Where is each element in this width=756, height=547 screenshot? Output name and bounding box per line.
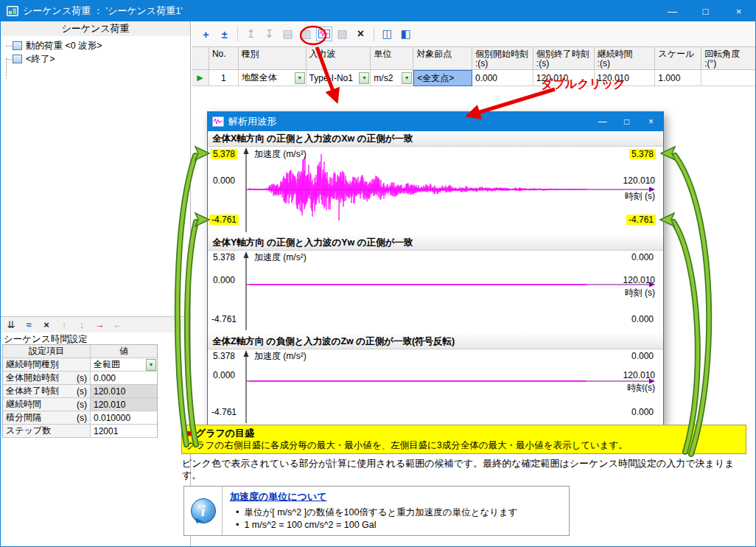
setting-value[interactable]: 0.010000	[94, 413, 130, 423]
end-time-label: 120.010	[621, 175, 657, 186]
delete-button[interactable]: ×	[39, 318, 54, 332]
dropdown-arrow-icon[interactable]: ▼	[146, 359, 156, 371]
note-body-text: グラフの右側目盛に各成分毎の最大・最小値を、左側目盛に3成分全体の最大・最小値を…	[186, 439, 741, 451]
info-bullet-text: 単位が[ m/s^2 ]の数値を100倍すると重力加速度の単位となります	[244, 506, 517, 519]
dialog-maximize-button[interactable]: □	[615, 112, 639, 131]
col-start-time-unit: :(s)	[475, 59, 533, 69]
move-up-button[interactable]: ↑	[57, 318, 71, 332]
green-arrow-right-min	[660, 213, 698, 452]
window-caption-buttons: — □ ×	[656, 1, 755, 21]
maximize-button[interactable]: □	[689, 1, 722, 21]
y-axis-label: 加速度 (m/s²)	[252, 252, 309, 262]
load-grid-row[interactable]: ▶ 1 地盤全体▼ Type-I-No1▼ m/s2▼ <全支点> 0.000 …	[192, 70, 755, 86]
x-axis-label: 時刻 (s)	[623, 288, 657, 298]
component-min-label: 0.000	[629, 407, 656, 417]
zero-label: 0.000	[211, 275, 237, 285]
setting-unit: (s)	[77, 413, 87, 423]
load-grid-header: No. 種別 入力波 単位 対象節点 個別開始時刻:(s) 個別終了時刻:(s)…	[192, 46, 755, 70]
split-vertical-button[interactable]: ◧	[397, 26, 414, 43]
cell-unit[interactable]: m/s2	[374, 73, 393, 83]
move-top-button[interactable]: ↥	[242, 26, 259, 43]
y-axis-label: 加速度 (m/s²)	[252, 351, 309, 361]
add-row-button[interactable]: +	[197, 26, 214, 43]
bullet-icon: •	[236, 519, 239, 532]
graph-scale-note: ■グラフの目盛 グラフの右側目盛に各成分毎の最大・最小値を、左側目盛に3成分全体…	[181, 425, 746, 454]
end-time-label: 120.010	[621, 370, 657, 380]
setting-label: 継続時間種別	[6, 358, 59, 371]
end-node-icon	[13, 55, 22, 63]
component-min-label: 0.000	[629, 314, 656, 324]
settings-row-start-time: 全体開始時刻(s) 0.000	[3, 372, 157, 385]
split-horizontal-button[interactable]: ◫	[379, 26, 396, 43]
dialog-caption-buttons: — □ ×	[590, 112, 663, 131]
dropdown-arrow-icon[interactable]: ▼	[295, 72, 305, 84]
setting-label: 全体終了時刻	[6, 385, 59, 397]
cell-start-time[interactable]: 0.000	[475, 73, 497, 83]
settings-row-step-count: ステップ数 12001	[3, 425, 157, 438]
preview-button[interactable]: ▧	[334, 26, 351, 43]
settings-header-row: 設定項目 値	[3, 345, 157, 358]
chart-x-canvas	[208, 147, 665, 235]
minimize-button[interactable]: —	[656, 1, 689, 21]
title-bar: シーケンス荷重 ： 'シーケンス荷重1' — □ ×	[1, 1, 755, 21]
info-icon: i	[191, 498, 216, 523]
prev-step-button[interactable]: ←	[110, 318, 125, 332]
cell-category[interactable]: 地盤全体	[242, 72, 277, 84]
cell-target-node[interactable]: <全支点>	[417, 72, 454, 85]
cell-input-wave[interactable]: Type-I-No1	[309, 73, 353, 83]
waveform-icon	[318, 29, 330, 38]
move-bottom-button[interactable]: ↧	[261, 26, 278, 43]
dialog-close-button[interactable]: ×	[639, 112, 663, 131]
setting-value[interactable]: 全範囲	[94, 358, 120, 371]
setting-value[interactable]: 0.000	[94, 373, 116, 383]
settings-row-end-time: 全体終了時刻(s) 120.010	[3, 385, 157, 398]
dialog-minimize-button[interactable]: —	[590, 112, 615, 131]
global-min-label: -4.761	[209, 407, 239, 417]
col-rotation-unit: :(°)	[704, 59, 755, 69]
cut-button[interactable]: ▤	[279, 26, 296, 43]
dropdown-arrow-icon[interactable]: ▼	[402, 72, 412, 84]
dialog-title-bar[interactable]: 解析用波形 — □ ×	[208, 112, 663, 131]
global-max-label: 5.378	[211, 252, 237, 262]
setting-label: 全体開始時刻	[6, 372, 59, 384]
setting-unit: (s)	[77, 400, 87, 410]
note-marker-icon: ■	[186, 428, 192, 439]
green-arrow-right-max	[661, 147, 709, 454]
copy-button[interactable]: ▥	[298, 26, 315, 43]
tree-item-end[interactable]: <終了>	[1, 52, 190, 66]
seismic-waveform	[249, 154, 587, 220]
chart-x-header: 全体X軸方向 の正側と入力波のXw の正側が一致	[208, 131, 663, 147]
tree-item-label: <終了>	[26, 53, 55, 66]
insert-row-button[interactable]: ±	[216, 26, 233, 43]
load-tree: 動的荷重 <0 波形> <終了>	[1, 39, 190, 66]
cell-scale[interactable]: 1.000	[658, 73, 680, 83]
note-title-text: グラフの目盛	[196, 428, 254, 439]
col-no: No.	[212, 49, 238, 59]
pink-range-description: ピンク色で表示されている部分が計算に使用される範囲の候補です。最終的な確定範囲は…	[182, 458, 751, 481]
toolbar-separator	[237, 27, 238, 41]
waveform-view-button[interactable]	[316, 27, 332, 41]
tree-item-dynamic-load[interactable]: 動的荷重 <0 波形>	[1, 39, 190, 52]
chart-x-plot: 5.378 0.000 -4.761 加速度 (m/s²) 5.378 120.…	[208, 147, 663, 235]
setting-label: 継続時間	[6, 398, 41, 411]
curve-button[interactable]: ≈	[21, 318, 36, 332]
apply-settings-button[interactable]: ⇊	[4, 318, 18, 332]
setting-unit: (s)	[77, 386, 87, 397]
delete-row-button[interactable]: ×	[352, 26, 369, 43]
settings-col-value: 値	[91, 345, 157, 358]
move-down-button[interactable]: ↓	[74, 318, 89, 332]
component-max-label: 5.378	[629, 149, 656, 159]
col-category: 種別	[242, 49, 306, 59]
setting-value: 120.010	[94, 400, 125, 410]
global-max-label: 5.378	[211, 149, 237, 159]
load-node-icon	[13, 41, 22, 50]
chart-z-header: 全体Z軸方向 の負側と入力波のZw の正側が一致(符号反転)	[208, 334, 663, 349]
col-input-wave: 入力波	[309, 49, 371, 59]
col-unit: 単位	[374, 49, 413, 59]
next-step-button[interactable]: →	[92, 318, 107, 332]
close-button[interactable]: ×	[722, 1, 755, 21]
setting-value: 12001	[94, 426, 118, 436]
time-settings-table: 設定項目 値 継続時間種別 全範囲▼ 全体開始時刻(s) 0.000 全体終了時…	[2, 344, 158, 438]
dropdown-arrow-icon[interactable]: ▼	[359, 72, 369, 84]
dialog-title: 解析用波形	[228, 115, 276, 128]
